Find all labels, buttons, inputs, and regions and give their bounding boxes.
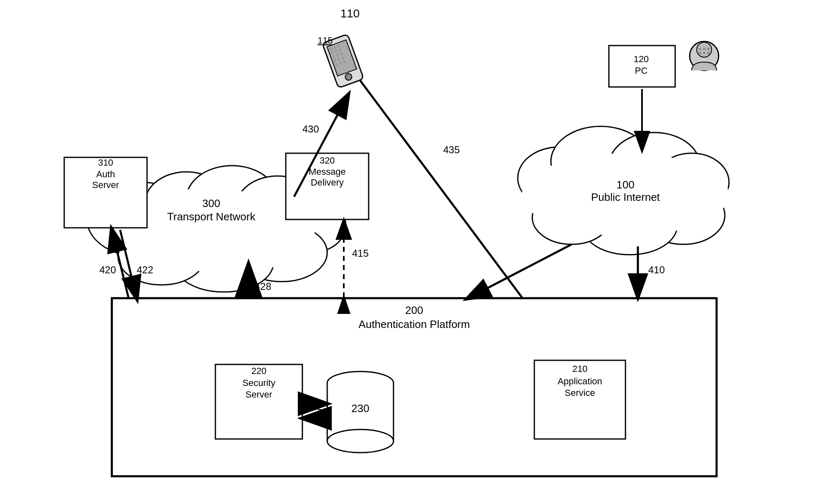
svg-point-25: [327, 429, 393, 453]
label-auth-server-1: Auth: [96, 169, 115, 179]
svg-point-47: [703, 48, 705, 50]
svg-point-46: [699, 48, 701, 50]
label-115: 115: [318, 35, 333, 46]
label-auth-platform: Authentication Platform: [359, 318, 470, 330]
label-arrow-422: 422: [137, 264, 153, 275]
label-app-service-2: Service: [565, 388, 595, 398]
label-arrow-425: 425: [312, 401, 328, 412]
auth-server-box: [64, 157, 147, 228]
label-security-server-2: Server: [246, 389, 273, 400]
svg-point-48: [707, 48, 710, 50]
svg-point-51: [707, 52, 710, 54]
diagram-svg: 110 115 120 PC 100 Public Internet 300 T…: [0, 0, 828, 504]
label-security-server-1: Security: [242, 378, 275, 388]
label-transport-network: Transport Network: [167, 210, 256, 223]
label-320: 320: [320, 155, 335, 166]
label-arrow-415: 415: [352, 248, 369, 259]
label-arrow-435: 435: [443, 144, 460, 155]
label-310: 310: [98, 157, 113, 168]
label-arrow-410: 410: [648, 264, 665, 275]
arrow-internet-left: [468, 244, 572, 298]
label-auth-server-2: Server: [92, 180, 119, 190]
label-arrow-428: 428: [255, 281, 271, 292]
label-arrow-420: 420: [99, 264, 116, 275]
label-arrow-430: 430: [302, 123, 319, 135]
label-200: 200: [405, 304, 423, 316]
label-210: 210: [572, 364, 588, 374]
label-message-1: Message: [309, 166, 345, 177]
svg-point-49: [699, 52, 701, 54]
label-public-internet: Public Internet: [591, 191, 660, 203]
user-icon: [690, 41, 719, 70]
label-110: 110: [340, 7, 360, 20]
label-220: 220: [251, 366, 267, 376]
arrow-435: [360, 81, 522, 297]
label-100: 100: [616, 178, 634, 191]
diagram-container: 110 115 120 PC 100 Public Internet 300 T…: [0, 0, 828, 504]
label-120-num: 120: [634, 54, 649, 64]
label-app-service-1: Application: [558, 376, 602, 386]
label-300: 300: [202, 197, 220, 210]
svg-point-50: [703, 52, 705, 54]
label-pc: PC: [635, 65, 648, 76]
label-message-2: Delivery: [311, 177, 343, 188]
label-230: 230: [351, 402, 369, 415]
